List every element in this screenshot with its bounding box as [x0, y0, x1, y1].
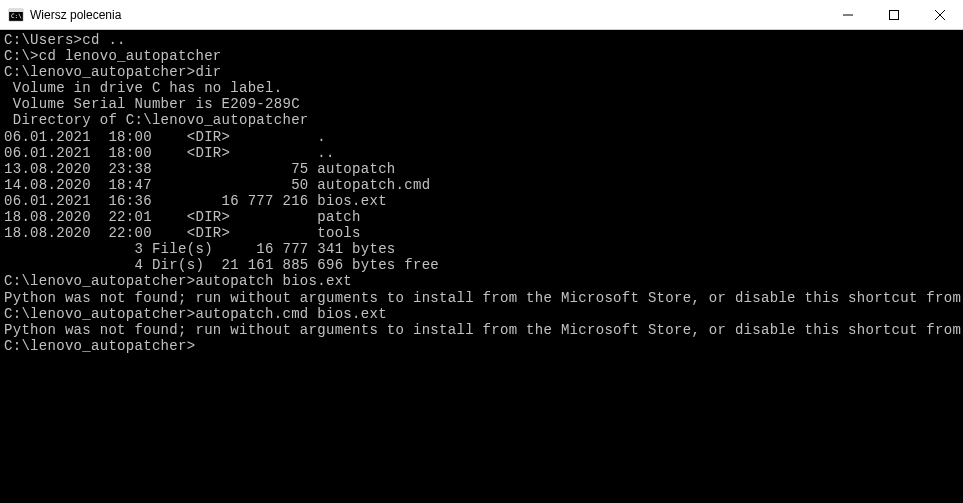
terminal-output[interactable]: C:\Users>cd ..C:\>cd lenovo_autopatcherC…	[0, 30, 963, 356]
terminal-line: 4 Dir(s) 21 161 885 696 bytes free	[4, 257, 959, 273]
terminal-line: C:\lenovo_autopatcher>dir	[4, 64, 959, 80]
svg-text:C:\: C:\	[11, 12, 22, 19]
titlebar: C:\ Wiersz polecenia	[0, 0, 963, 30]
cmd-icon: C:\	[8, 7, 24, 23]
titlebar-left: C:\ Wiersz polecenia	[0, 7, 121, 23]
terminal-line: 13.08.2020 23:38 75 autopatch	[4, 161, 959, 177]
terminal-line: C:\lenovo_autopatcher>autopatch bios.ext	[4, 273, 959, 289]
terminal-line: 18.08.2020 22:01 <DIR> patch	[4, 209, 959, 225]
window-controls	[825, 0, 963, 29]
terminal-line: 14.08.2020 18:47 50 autopatch.cmd	[4, 177, 959, 193]
terminal-line: C:\lenovo_autopatcher>	[4, 338, 195, 354]
terminal-line: C:\lenovo_autopatcher>autopatch.cmd bios…	[4, 306, 959, 322]
maximize-button[interactable]	[871, 0, 917, 29]
terminal-line: C:\>cd lenovo_autopatcher	[4, 48, 959, 64]
terminal-line: Python was not found; run without argume…	[4, 290, 959, 306]
terminal-line: C:\Users>cd ..	[4, 32, 959, 48]
terminal-line: 3 File(s) 16 777 341 bytes	[4, 241, 959, 257]
terminal-line: Volume Serial Number is E209-289C	[4, 96, 959, 112]
window-title: Wiersz polecenia	[30, 8, 121, 22]
close-button[interactable]	[917, 0, 963, 29]
minimize-button[interactable]	[825, 0, 871, 29]
terminal-line: Python was not found; run without argume…	[4, 322, 959, 338]
terminal-line: 06.01.2021 18:00 <DIR> .	[4, 129, 959, 145]
terminal-line: Volume in drive C has no label.	[4, 80, 959, 96]
terminal-line: 18.08.2020 22:00 <DIR> tools	[4, 225, 959, 241]
svg-rect-4	[890, 10, 899, 19]
terminal-line: 06.01.2021 18:00 <DIR> ..	[4, 145, 959, 161]
terminal-line: 06.01.2021 16:36 16 777 216 bios.ext	[4, 193, 959, 209]
terminal-line: Directory of C:\lenovo_autopatcher	[4, 112, 959, 128]
